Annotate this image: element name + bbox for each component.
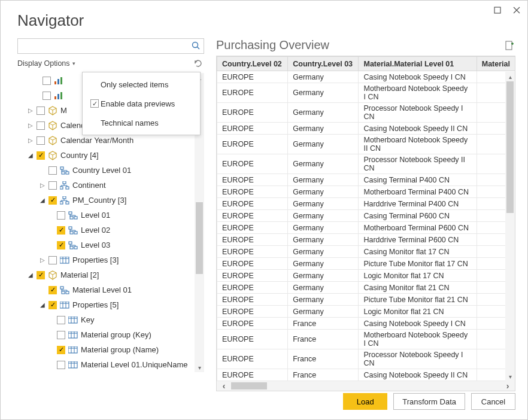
scroll-right-icon[interactable]: › [500, 381, 515, 391]
table-row[interactable]: EUROPEGermanyCasing Notebook Speedy II C… [217, 123, 515, 135]
tree-node[interactable]: Properties [5] [17, 297, 204, 312]
tree-node[interactable]: PM_Country [3] [17, 193, 204, 208]
expand-arrow-icon[interactable] [27, 122, 34, 129]
refresh-icon[interactable] [193, 59, 203, 68]
tree-node[interactable]: Properties [3] [17, 252, 204, 267]
table-vertical-scrollbar[interactable]: ▴ ▾ [505, 72, 515, 381]
scroll-thumb[interactable] [196, 202, 203, 274]
table-row[interactable]: EUROPEGermanyMotherboard Notebook Speedy… [217, 83, 515, 103]
tree-node[interactable]: Material group (Key) [17, 327, 204, 342]
table-row[interactable]: EUROPEGermanyCasing Notebook Speedy I CN [217, 71, 515, 83]
table-horizontal-scrollbar[interactable]: ‹ › [217, 381, 515, 391]
scroll-up-icon[interactable]: ▴ [505, 72, 515, 81]
column-header[interactable]: Country.Level 03 [288, 57, 359, 71]
tree-checkbox[interactable] [37, 121, 45, 130]
table-row[interactable]: EUROPEFranceCasing Notebook Speedy I CN [217, 318, 515, 330]
collapse-arrow-icon[interactable] [39, 302, 46, 308]
table-row[interactable]: EUROPEGermanyHarddrive Terminal P600 CN [217, 234, 515, 246]
column-header[interactable]: Country.Level 02 [217, 57, 288, 71]
transform-data-button[interactable]: Transform Data [393, 393, 465, 410]
tree-checkbox[interactable] [57, 361, 65, 369]
collapse-arrow-icon[interactable] [27, 272, 34, 278]
tree-node[interactable]: Country Level 01 [17, 163, 204, 178]
search-input[interactable] [18, 39, 187, 53]
table-row[interactable]: EUROPEGermanyLogic Monitor flat 21 CN [217, 306, 515, 318]
menu-item-enable-previews[interactable]: ✓ Enable data previews [83, 94, 200, 113]
table-cell: Germany [288, 135, 359, 154]
expand-arrow-icon[interactable] [39, 182, 46, 188]
tree-checkbox[interactable] [43, 77, 51, 85]
tree-checkbox[interactable] [48, 196, 57, 205]
table-row[interactable]: EUROPEGermanyProcessor Notebook Speedy I… [217, 154, 515, 174]
column-header[interactable]: Material [477, 57, 515, 71]
tree-checkbox[interactable] [57, 331, 65, 339]
tree-checkbox[interactable] [48, 256, 57, 264]
expand-arrow-icon[interactable] [27, 107, 34, 114]
tree-checkbox[interactable] [37, 271, 45, 279]
search-box[interactable] [17, 38, 204, 54]
display-options-dropdown[interactable]: Display Options ▾ [17, 59, 75, 68]
table-row[interactable]: EUROPEGermanyProcessor Notebook Speedy I… [217, 103, 515, 123]
tree-node[interactable]: Continent [17, 178, 204, 193]
search-icon[interactable] [192, 41, 200, 51]
tree-node[interactable]: Country [4] [17, 148, 204, 163]
table-row[interactable]: EUROPEGermanyCasing Terminal P600 CN [217, 210, 515, 222]
tree-checkbox[interactable] [48, 181, 57, 190]
menu-item-technical-names[interactable]: Technical names [83, 113, 200, 132]
tree-checkbox[interactable] [48, 301, 57, 309]
table-row[interactable]: EUROPEGermanyHarddrive Terminal P400 CN [217, 198, 515, 210]
scroll-left-icon[interactable]: ‹ [217, 381, 231, 391]
table-row[interactable]: EUROPEGermanyPicture Tube Monitor flat 2… [217, 294, 515, 306]
table-row[interactable]: EUROPEGermanyMotherboard Terminal P400 C… [217, 186, 515, 198]
table-row[interactable]: EUROPEGermanyMotherboard Notebook Speedy… [217, 135, 515, 154]
table-cell: EUROPE [217, 306, 288, 318]
tree-node[interactable]: Level 03 [17, 238, 204, 252]
tree-node[interactable]: Material group (Name) [17, 342, 204, 357]
collapse-arrow-icon[interactable] [39, 197, 46, 203]
tree-checkbox[interactable] [48, 286, 57, 294]
preview-panel: Purchasing Overview Country.Level 02Coun… [204, 38, 515, 391]
table-row[interactable]: EUROPEFranceMotherboard Notebook Speedy … [217, 330, 515, 349]
tree-node[interactable]: Level 02 [17, 223, 204, 238]
tree-checkbox[interactable] [57, 226, 65, 235]
column-header[interactable]: Material.Material Level 01 [359, 57, 477, 71]
menu-item-only-selected[interactable]: Only selected items [83, 75, 200, 94]
tree-checkbox[interactable] [57, 211, 65, 220]
tree-checkbox[interactable] [57, 346, 65, 354]
expand-arrow-icon[interactable] [27, 137, 34, 144]
tree-checkbox[interactable] [37, 151, 45, 160]
tree-checkbox[interactable] [43, 92, 51, 100]
maximize-button[interactable] [491, 4, 503, 16]
table-row[interactable]: EUROPEGermanyPicture Tube Monitor flat 1… [217, 258, 515, 270]
add-column-icon[interactable] [505, 40, 515, 51]
scroll-down-icon[interactable]: ▾ [505, 372, 515, 381]
tree-node[interactable]: Material Level 01.UniqueName [17, 357, 204, 372]
tree-node[interactable]: Level 01 [17, 208, 204, 223]
scroll-thumb[interactable] [231, 382, 267, 389]
expand-arrow-icon[interactable] [39, 257, 46, 263]
tree-node[interactable]: Material Level 01 [17, 282, 204, 297]
checkbox-checked-icon: ✓ [90, 99, 99, 108]
collapse-arrow-icon[interactable] [27, 152, 34, 159]
tree-checkbox[interactable] [57, 316, 65, 324]
table-row[interactable]: EUROPEGermanyCasing Monitor flat 17 CN [217, 246, 515, 258]
svg-rect-44 [70, 246, 73, 249]
tree-checkbox[interactable] [48, 166, 57, 175]
tree-checkbox[interactable] [37, 106, 45, 115]
table-cell: Harddrive Terminal P600 CN [359, 234, 477, 246]
cancel-button[interactable]: Cancel [471, 393, 515, 410]
scroll-thumb[interactable] [506, 81, 514, 213]
table-row[interactable]: EUROPEGermanyCasing Terminal P400 CN [217, 174, 515, 186]
tree-checkbox[interactable] [57, 241, 65, 249]
tree-node[interactable]: Material [2] [17, 267, 204, 282]
table-row[interactable]: EUROPEFranceCasing Notebook Speedy II CN [217, 369, 515, 381]
table-row[interactable]: EUROPEGermanyLogic Monitor flat 17 CN [217, 270, 515, 282]
table-row[interactable]: EUROPEGermanyCasing Monitor flat 21 CN [217, 282, 515, 294]
scroll-down-icon[interactable]: ▾ [195, 363, 204, 372]
load-button[interactable]: Load [343, 393, 387, 410]
tree-node[interactable]: Key [17, 312, 204, 327]
table-row[interactable]: EUROPEGermanyMotherboard Terminal P600 C… [217, 222, 515, 234]
table-row[interactable]: EUROPEFranceProcessor Notebook Speedy I … [217, 349, 515, 369]
close-button[interactable] [511, 4, 523, 16]
tree-checkbox[interactable] [37, 136, 45, 145]
